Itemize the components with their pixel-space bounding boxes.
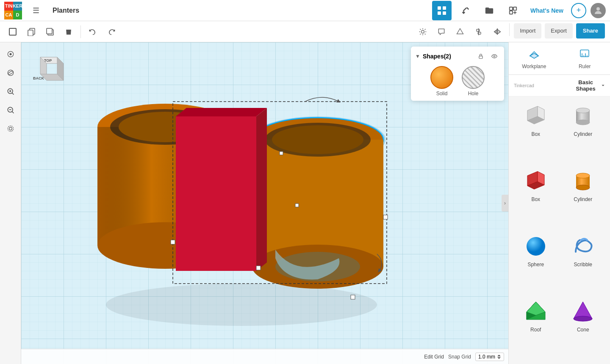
logo-ker: KER (13, 2, 22, 11)
box-red-image (521, 168, 551, 194)
workplane-svg-icon (528, 47, 540, 59)
duplicate-button[interactable] (42, 23, 58, 40)
tinkercad-brand-label: Tinkercad (514, 83, 534, 88)
whats-new-button[interactable]: What's New (527, 1, 567, 20)
zoom-in-icon (6, 87, 15, 96)
light-button[interactable] (414, 23, 431, 40)
shape-cone-purple[interactable]: Cone (561, 299, 605, 357)
duplicate-icon (46, 28, 54, 36)
roof-green-label: Roof (530, 327, 541, 333)
undo-icon (89, 28, 97, 36)
ruler-button[interactable]: Ruler (560, 42, 610, 74)
roof-green-svg (522, 300, 549, 323)
shapes-panel-header: ▼ Shapes(2) (415, 51, 500, 62)
shapes-grid: Box (509, 97, 610, 364)
scribble-label: Scribble (574, 262, 592, 267)
toolbar-separator-2 (509, 23, 510, 36)
undo-button[interactable] (84, 23, 101, 40)
svg-rect-5 (513, 7, 516, 10)
shape-scribble[interactable]: Scribble (561, 234, 605, 292)
shapes-panel-visibility-button[interactable] (489, 51, 500, 62)
share-button[interactable]: Share (576, 23, 605, 39)
folder-button[interactable] (480, 1, 499, 20)
zoom-in-button[interactable] (3, 84, 18, 99)
shapes-panel-title: Shapes(2) (423, 53, 451, 60)
cone-purple-svg (569, 300, 596, 323)
shapes-library-dropdown[interactable]: Basic Shapes (572, 79, 605, 92)
orbit-button[interactable] (3, 65, 18, 80)
scribble-svg (569, 235, 596, 258)
svg-rect-25 (478, 32, 481, 34)
slice-button[interactable] (452, 23, 469, 40)
menu-icon[interactable]: ☰ (26, 1, 46, 20)
align-button[interactable] (470, 23, 487, 40)
tools-button[interactable] (456, 1, 475, 20)
cone-purple-label: Cone (577, 327, 589, 333)
svg-rect-64 (176, 116, 256, 271)
shape-box-gray[interactable]: Box (514, 103, 558, 162)
svg-marker-65 (176, 108, 267, 116)
slice-icon (456, 28, 464, 36)
svg-rect-4 (510, 7, 513, 10)
svg-point-95 (576, 185, 590, 190)
hole-label: Hole (468, 91, 479, 97)
mirror-button[interactable] (489, 23, 506, 40)
shape-cylinder-orange[interactable]: Cylinder (561, 168, 605, 227)
edit-grid-button[interactable]: Edit Grid (424, 354, 444, 360)
left-panel (0, 42, 21, 364)
scribble-image (568, 234, 598, 259)
snap-grid-label: Snap Grid (448, 354, 471, 360)
right-panel: Workplane Ruler Tinkercad (508, 42, 610, 364)
code-button[interactable] (503, 1, 523, 20)
export-button[interactable]: Export (545, 23, 573, 39)
notes-button[interactable] (433, 23, 450, 40)
redo-button[interactable] (103, 23, 120, 40)
shapes-panel-lock-button[interactable] (475, 51, 486, 62)
svg-rect-73 (280, 152, 283, 155)
import-button[interactable]: Import (514, 23, 541, 39)
svg-point-41 (8, 126, 13, 131)
ruler-label: Ruler (579, 63, 591, 69)
svg-point-88 (576, 108, 590, 113)
solid-option[interactable]: Solid (430, 66, 453, 97)
frame-button[interactable] (4, 23, 21, 40)
svg-point-40 (9, 127, 12, 130)
sphere-blue-image (521, 234, 551, 259)
hole-option[interactable]: Hole (462, 66, 485, 97)
mirror-icon (493, 28, 502, 36)
viewport[interactable]: TOP BACK (21, 42, 508, 364)
snap-grid-value-display: 1.0 mm (475, 353, 504, 361)
shape-cylinder-gray[interactable]: Cylinder (561, 103, 605, 162)
right-panel-toggle[interactable]: › (502, 195, 508, 212)
delete-button[interactable] (60, 23, 77, 40)
shape-box-red[interactable]: Box (514, 168, 558, 227)
svg-line-21 (420, 33, 421, 34)
grid-view-button[interactable] (432, 1, 452, 20)
add-user-button[interactable]: + (571, 3, 586, 18)
comment-icon (437, 28, 446, 36)
redo-icon (107, 28, 116, 36)
copy-button[interactable] (23, 23, 40, 40)
svg-rect-0 (438, 6, 441, 10)
box-gray-svg (522, 105, 549, 127)
svg-point-94 (576, 173, 590, 178)
svg-rect-75 (479, 56, 482, 58)
folder-icon (485, 6, 494, 15)
svg-rect-1 (443, 6, 446, 10)
svg-rect-8 (9, 28, 16, 35)
avatar[interactable] (591, 3, 606, 18)
zoom-out-button[interactable] (3, 102, 18, 118)
shape-roof-green[interactable]: Roof (514, 299, 558, 357)
roof-green-image (521, 299, 551, 324)
svg-rect-6 (510, 11, 513, 14)
shape-sphere-blue[interactable]: Sphere (514, 234, 558, 292)
shapes-panel-arrow: ▼ (415, 53, 420, 59)
box-gray-label: Box (531, 131, 540, 137)
svg-rect-72 (351, 295, 355, 299)
grid-icon (437, 6, 446, 15)
frame-icon (8, 28, 17, 36)
home-view-button[interactable] (3, 47, 18, 62)
workplane-button[interactable]: Workplane (509, 42, 560, 74)
workplane-icon (528, 47, 540, 62)
fit-all-button[interactable] (3, 121, 18, 136)
